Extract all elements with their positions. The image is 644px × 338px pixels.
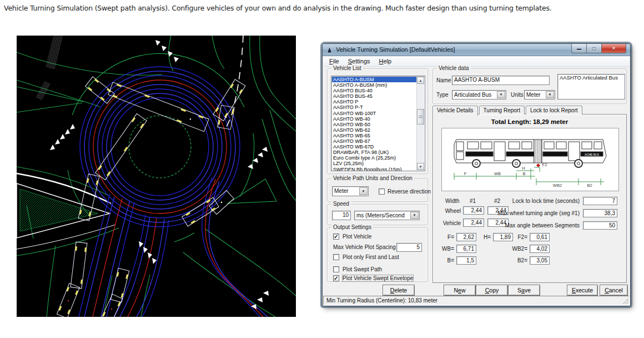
vehicle-list-item[interactable]: AASHTO BUS-40	[332, 88, 416, 93]
articulation-point-marker	[536, 163, 540, 167]
speed-group-label: Speed	[331, 201, 351, 207]
b-label: B=	[439, 257, 454, 264]
vehicle-list-item[interactable]: AASHTO A-BUSM	[332, 77, 416, 82]
vehicle-list-item[interactable]: SWEDEN Bb Boggibuss (15m)	[332, 167, 416, 172]
output-settings-group-label: Output Settings	[331, 224, 373, 230]
f2-input[interactable]: 0,61	[530, 233, 550, 241]
window-title: Vehicle Turning Simulation [DefaultVehic…	[336, 46, 455, 53]
chevron-down-icon[interactable]: ▼	[546, 91, 554, 98]
cancel-button[interactable]: Cancel	[600, 285, 628, 296]
vehicle-list-item[interactable]: LZV (25,25m)	[332, 161, 416, 166]
execute-button[interactable]: Execute	[567, 285, 598, 296]
type-value: Articulated Bus	[454, 92, 491, 98]
plot-vehicle-checkbox[interactable]	[333, 233, 339, 240]
dim-label-f: F	[464, 171, 467, 176]
vehicle-row-label: Vehicle	[439, 220, 461, 226]
new-button[interactable]: New	[444, 285, 476, 296]
lock-time-input[interactable]: 7	[583, 197, 617, 205]
name-input[interactable]: AASHTO A-BUSM	[452, 76, 550, 85]
listbox-scrollbar[interactable]: ▲ ▼	[416, 77, 424, 170]
menu-item[interactable]: Help	[375, 57, 396, 66]
reverse-direction-checkbox[interactable]	[379, 188, 385, 195]
dim-label-wb: WB	[494, 171, 501, 176]
reverse-direction-label: Reverse direction	[388, 188, 431, 195]
b-input[interactable]: 1,5	[456, 256, 476, 265]
scroll-down-button[interactable]: ▼	[417, 163, 424, 170]
units-select[interactable]: Meter ▼	[524, 90, 555, 100]
copy-button[interactable]: Copy	[476, 285, 508, 296]
cad-drawing-panel	[17, 36, 296, 317]
close-button[interactable]: ✕	[602, 44, 626, 53]
vehicle-list-item[interactable]: AASHTO WB-65	[332, 133, 416, 138]
chevron-down-icon[interactable]: ▼	[410, 212, 419, 219]
tab-turning-report[interactable]: Turning Report	[479, 106, 525, 115]
chevron-down-icon[interactable]: ▼	[359, 187, 368, 195]
vehicle-list-item[interactable]: AASHTO BUS-45	[332, 93, 416, 99]
vehicle-list-group: Vehicle List AASHTO A-BUSMAASHTO A-BUSM …	[327, 68, 428, 174]
tab-lock-to-lock-report[interactable]: Lock to lock Report	[526, 106, 582, 115]
maximize-button[interactable]: ▢	[587, 44, 602, 53]
wb2-input[interactable]: 4,02	[530, 245, 550, 253]
vehicle-list-item[interactable]: AASHTO WB-40	[332, 116, 416, 122]
plot-swept-path-label: Plot Swept Path	[343, 266, 382, 272]
wheel-width-1-input[interactable]: 2,44	[463, 206, 484, 215]
type-select[interactable]: Articulated Bus ▼	[452, 90, 506, 100]
name-label: Name	[436, 77, 451, 83]
dim-label-b: B	[522, 171, 525, 176]
vehicle-list-item[interactable]: AASHTO WB-100T	[332, 111, 416, 116]
scroll-up-button[interactable]: ▲	[417, 77, 424, 84]
menu-item[interactable]: File	[325, 57, 344, 66]
lock-time-label: Lock to lock time (seconds)	[485, 198, 580, 204]
vehicle-list-item[interactable]: AASHTO A-BUSM (mm)	[332, 82, 416, 88]
chevron-down-icon[interactable]: ▼	[497, 91, 505, 98]
dim-label-wb2: WB2	[553, 183, 562, 188]
b2-input[interactable]: 3,05	[530, 256, 550, 265]
speed-units-select[interactable]: ms (Meters/Second ▼	[354, 211, 420, 220]
dimension-lines	[454, 167, 604, 185]
dim-label-b2: B2	[587, 183, 592, 188]
max-wheel-angle-input[interactable]: 38,3	[583, 209, 617, 217]
resize-grip[interactable]	[622, 298, 628, 304]
menu-item[interactable]: Settings	[344, 57, 375, 66]
delete-button[interactable]: Delete	[383, 285, 415, 296]
dim-label-f2: F2	[542, 162, 547, 167]
width-column-label: Width	[445, 198, 460, 204]
bus-brand-text: ACME BUS	[585, 153, 600, 156]
vehicle-list-item[interactable]: AASHTO WB-67D	[332, 144, 416, 150]
plot-envelope-checkbox[interactable]	[333, 275, 339, 281]
f-input[interactable]: 2,62	[456, 233, 476, 241]
wb2-label: WB2=	[510, 246, 527, 252]
plot-swept-path-checkbox[interactable]	[333, 266, 339, 272]
max-plot-spacing-input[interactable]: 5	[396, 243, 422, 252]
vehicle-list-item[interactable]: Euro Combi type A (25,25m)	[332, 155, 416, 161]
minimize-button[interactable]: ▬	[571, 44, 587, 53]
f2-label: F2=	[510, 234, 527, 240]
vehicle-width-1-input[interactable]: 2,44	[463, 218, 484, 227]
tab-vehicle-details[interactable]: Vehicle Details	[432, 106, 478, 116]
scroll-thumb[interactable]	[417, 109, 424, 125]
titlebar[interactable]: Vehicle Turning Simulation [DefaultVehic…	[323, 44, 630, 56]
vehicle-list-item[interactable]: DRAWBAR, FTA 98 (UK)	[332, 150, 416, 155]
wb-label: WB=	[439, 246, 454, 252]
plot-first-last-checkbox[interactable]	[333, 254, 339, 260]
wb-input[interactable]: 6,71	[456, 245, 476, 253]
speed-group: Speed 10 ms (Meters/Second ▼	[327, 204, 428, 225]
vehicle-list-item[interactable]: AASHTO P-T	[332, 105, 416, 110]
speed-input[interactable]: 10	[332, 211, 351, 220]
vehicle-listbox[interactable]: AASHTO A-BUSMAASHTO A-BUSM (mm)AASHTO BU…	[331, 76, 425, 171]
vehicle-list-item[interactable]: AASHTO WB-50	[332, 122, 416, 127]
vehicle-list-item[interactable]: AASHTO WB-62	[332, 127, 416, 133]
vehicle-list-item[interactable]: AASHTO WB-67	[332, 138, 416, 144]
max-segment-angle-label: Max angle between Segments	[485, 222, 580, 228]
max-plot-spacing-label: Max Vehicle Plot Spacing	[333, 244, 396, 250]
max-wheel-angle-label: Max wheel turning angle (seg #1)	[485, 210, 580, 216]
save-button[interactable]: Save	[508, 285, 540, 296]
b2-label: B2=	[510, 257, 527, 264]
vehicle-list-item[interactable]: AASHTO P	[332, 99, 416, 105]
dim-label-h: H	[522, 166, 525, 171]
vehicle-details-panel: Total Length: 18,29 meter	[432, 114, 627, 283]
max-segment-angle-input[interactable]: 50	[583, 221, 617, 230]
path-units-select[interactable]: Meter ▼	[332, 186, 369, 196]
bus-diagram: ACME BUS F WB B H F2 WB2 B2	[442, 128, 618, 191]
vehicle-description-box[interactable]: AASHTO Articulated Bus	[557, 74, 625, 100]
